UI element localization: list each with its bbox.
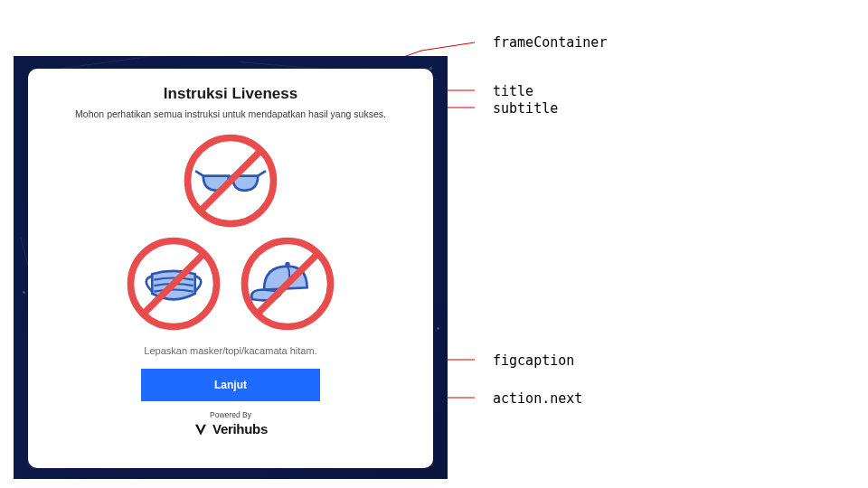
- icon-row-2: [125, 235, 336, 333]
- no-cap-icon: [239, 235, 336, 333]
- no-sunglasses-icon: [182, 132, 279, 230]
- annotation-label-action-next: action.next: [493, 390, 582, 407]
- page-root: frameContainer title subtitle figcaption…: [0, 0, 868, 488]
- svg-line-6: [195, 171, 203, 175]
- brand-name: Verihubs: [212, 421, 268, 436]
- page-subtitle: Mohon perhatikan semua instruksi untuk m…: [75, 108, 386, 119]
- icon-row-1: [182, 132, 279, 230]
- frame-container: Instruksi Liveness Mohon perhatikan semu…: [14, 56, 448, 479]
- annotation-label-figcaption: figcaption: [493, 352, 574, 369]
- annotation-label-title: title: [493, 83, 533, 99]
- figure-caption: Lepaskan masker/topi/kacamata hitam.: [144, 345, 316, 356]
- next-button[interactable]: Lanjut: [141, 369, 320, 401]
- brand-logo-icon: [193, 422, 208, 436]
- annotation-label-frameContainer: frameContainer: [493, 34, 607, 51]
- liveness-instruction-card: Instruksi Liveness Mohon perhatikan semu…: [28, 69, 433, 468]
- no-mask-icon: [125, 235, 222, 333]
- svg-line-7: [258, 171, 266, 175]
- svg-point-12: [285, 262, 289, 267]
- brand: Verihubs: [193, 421, 268, 436]
- annotation-label-subtitle: subtitle: [493, 100, 558, 117]
- page-title: Instruksi Liveness: [164, 85, 297, 103]
- powered-by-label: Powered By: [210, 410, 251, 419]
- instruction-illustration: [125, 132, 336, 333]
